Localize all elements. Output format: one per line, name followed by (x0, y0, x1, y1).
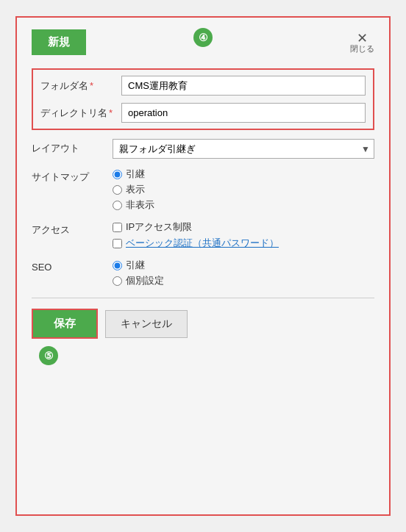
ip-access-label: IPアクセス制限 (126, 220, 192, 234)
folder-name-row: フォルダ名* (40, 76, 366, 96)
seo-custom-radio[interactable] (113, 276, 122, 286)
sitemap-inherit-option[interactable]: 引継 (113, 168, 374, 181)
sitemap-radio-group: 引継 表示 非表示 (113, 168, 374, 212)
ip-access-option[interactable]: IPアクセス制限 (113, 220, 374, 234)
seo-inherit-option[interactable]: 引継 (113, 259, 374, 272)
sitemap-show-label: 表示 (126, 183, 145, 196)
sitemap-label: サイトマップ (32, 168, 113, 184)
close-button[interactable]: ✕ 閉じる (350, 32, 374, 53)
basic-auth-option[interactable]: ベーシック認証（共通パスワード） (113, 237, 374, 250)
access-content: IPアクセス制限 ベーシック認証（共通パスワード） (113, 220, 374, 250)
layout-select-wrapper: 親フォルダ引継ぎ ▼ (113, 139, 374, 159)
new-button[interactable]: 新規 (32, 29, 86, 55)
seo-inherit-radio[interactable] (113, 261, 122, 270)
sitemap-section: サイトマップ 引継 表示 非表示 (32, 168, 374, 212)
bottom-buttons: 保存 キャンセル ⑤ (32, 309, 374, 339)
basic-auth-label: ベーシック認証（共通パスワード） (126, 237, 279, 250)
access-section: アクセス IPアクセス制限 ベーシック認証（共通パスワード） (32, 220, 374, 250)
access-checkbox-group: IPアクセス制限 ベーシック認証（共通パスワード） (113, 220, 374, 250)
access-label: アクセス (32, 220, 113, 237)
divider (32, 298, 374, 298)
layout-content: 親フォルダ引継ぎ ▼ (113, 139, 374, 159)
folder-name-label: フォルダ名* (40, 79, 121, 93)
directory-name-row: ディレクトリ名* (40, 103, 366, 123)
seo-radio-group: 引継 個別設定 (113, 259, 374, 287)
seo-section: SEO 引継 個別設定 (32, 259, 374, 287)
sitemap-show-radio[interactable] (113, 185, 122, 195)
layout-label: レイアウト (32, 139, 113, 155)
folder-name-input[interactable] (121, 76, 366, 96)
header-row: 新規 ④ ✕ 閉じる (32, 29, 374, 55)
sitemap-show-option[interactable]: 表示 (113, 183, 374, 196)
sitemap-hide-label: 非表示 (126, 198, 154, 212)
directory-name-label: ディレクトリ名* (40, 107, 121, 120)
step-badge-4: ④ (193, 28, 213, 47)
seo-label: SEO (32, 259, 113, 273)
layout-section: レイアウト 親フォルダ引継ぎ ▼ (32, 139, 374, 159)
step-badge-5: ⑤ (39, 346, 58, 365)
required-mark: * (90, 80, 93, 91)
required-mark-2: * (109, 107, 113, 118)
sitemap-inherit-radio[interactable] (113, 170, 122, 179)
basic-auth-checkbox[interactable] (113, 239, 122, 248)
save-button[interactable]: 保存 (32, 309, 98, 339)
ip-access-checkbox[interactable] (113, 223, 122, 232)
close-icon: ✕ (357, 32, 368, 45)
sitemap-hide-radio[interactable] (113, 201, 122, 210)
sitemap-hide-option[interactable]: 非表示 (113, 198, 374, 212)
modal-panel: 新規 ④ ✕ 閉じる フォルダ名* ディレクトリ名* (15, 16, 391, 516)
cancel-button[interactable]: キャンセル (105, 310, 188, 338)
sitemap-inherit-label: 引継 (126, 168, 145, 181)
seo-custom-label: 個別設定 (126, 274, 164, 287)
directory-name-input[interactable] (121, 103, 366, 123)
seo-custom-option[interactable]: 個別設定 (113, 274, 374, 287)
seo-inherit-label: 引継 (126, 259, 145, 272)
highlighted-fields: フォルダ名* ディレクトリ名* (32, 68, 374, 130)
seo-content: 引継 個別設定 (113, 259, 374, 287)
sitemap-content: 引継 表示 非表示 (113, 168, 374, 212)
layout-select[interactable]: 親フォルダ引継ぎ (113, 139, 374, 159)
close-label: 閉じる (350, 45, 374, 53)
